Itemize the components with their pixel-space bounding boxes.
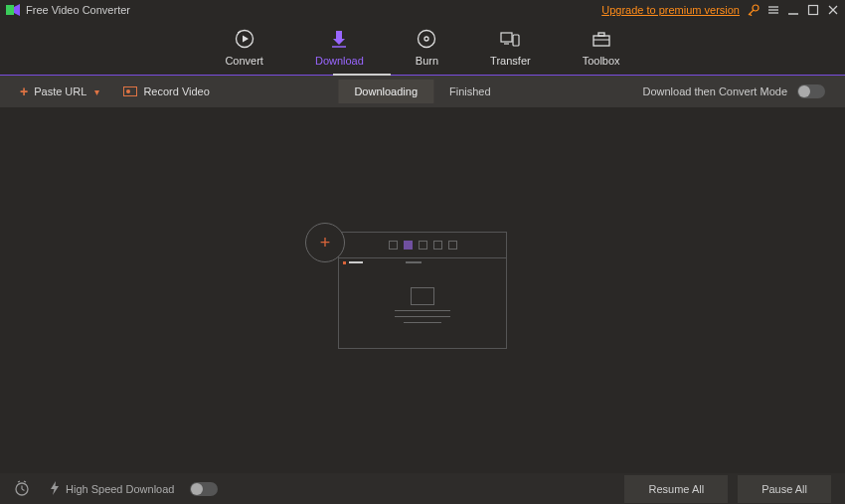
nav-convert[interactable]: Convert xyxy=(225,29,263,67)
nav-active-indicator xyxy=(333,74,391,76)
hsd-toggle[interactable] xyxy=(190,482,218,496)
add-circle-icon: + xyxy=(305,223,345,262)
nav-label: Convert xyxy=(225,55,263,67)
key-icon[interactable] xyxy=(748,4,760,16)
svg-line-4 xyxy=(750,14,752,16)
svg-marker-13 xyxy=(243,35,249,42)
title-bar: Free Video Converter Upgrade to premium … xyxy=(0,0,845,20)
convert-mode-toggle[interactable] xyxy=(797,84,825,98)
plus-icon: + xyxy=(20,84,28,99)
app-title: Free Video Converter xyxy=(26,4,130,16)
minimize-button[interactable] xyxy=(787,4,799,16)
record-video-button[interactable]: Record Video xyxy=(123,85,209,97)
main-nav: Convert Download Burn Transfer Toolbox xyxy=(0,20,845,76)
svg-marker-1 xyxy=(14,4,20,16)
toolbox-icon xyxy=(592,29,611,49)
hsd-label: High Speed Download xyxy=(66,483,174,495)
filter-segment: Downloading Finished xyxy=(338,80,506,103)
high-speed-download: High Speed Download xyxy=(50,481,218,497)
nav-label: Download xyxy=(315,55,364,67)
tab-downloading[interactable]: Downloading xyxy=(338,80,433,103)
transfer-icon xyxy=(500,29,520,49)
svg-rect-14 xyxy=(336,31,342,39)
nav-burn[interactable]: Burn xyxy=(416,29,438,67)
svg-line-28 xyxy=(18,481,20,482)
maximize-button[interactable] xyxy=(807,4,819,16)
tab-finished[interactable]: Finished xyxy=(433,80,507,103)
convert-icon xyxy=(235,29,254,49)
svg-rect-23 xyxy=(598,33,604,36)
nav-transfer[interactable]: Transfer xyxy=(490,29,531,67)
paste-url-label: Paste URL xyxy=(34,85,86,97)
close-button[interactable] xyxy=(827,4,839,16)
burn-icon xyxy=(417,29,436,49)
nav-label: Transfer xyxy=(490,55,531,67)
record-label: Record Video xyxy=(143,85,209,97)
download-icon xyxy=(330,29,348,49)
svg-rect-0 xyxy=(6,5,14,15)
chevron-down-icon: ▾ xyxy=(94,86,99,97)
svg-line-27 xyxy=(22,489,25,491)
svg-rect-20 xyxy=(513,35,519,46)
toolbar: + Paste URL ▾ Record Video Downloading F… xyxy=(0,76,845,107)
upgrade-link[interactable]: Upgrade to premium version xyxy=(601,4,740,16)
nav-label: Burn xyxy=(416,55,438,67)
svg-rect-9 xyxy=(809,6,818,15)
bottom-bar: High Speed Download Resume All Pause All xyxy=(0,473,845,504)
menu-icon[interactable] xyxy=(767,4,779,16)
empty-state-illustration: + xyxy=(338,232,507,349)
svg-rect-19 xyxy=(501,33,512,42)
pause-all-button[interactable]: Pause All xyxy=(738,475,831,503)
svg-point-18 xyxy=(424,37,428,41)
nav-download[interactable]: Download xyxy=(315,29,364,67)
schedule-icon[interactable] xyxy=(14,480,30,498)
svg-point-17 xyxy=(419,30,435,47)
bolt-icon xyxy=(50,481,60,497)
nav-toolbox[interactable]: Toolbox xyxy=(583,29,620,67)
svg-line-29 xyxy=(24,481,26,482)
main-content: + xyxy=(0,107,845,473)
record-icon xyxy=(123,86,137,96)
svg-marker-30 xyxy=(51,481,59,495)
resume-all-button[interactable]: Resume All xyxy=(624,475,728,503)
nav-label: Toolbox xyxy=(583,55,620,67)
svg-marker-15 xyxy=(333,39,345,45)
svg-rect-22 xyxy=(593,36,609,46)
mode-label: Download then Convert Mode xyxy=(642,85,787,97)
app-logo-icon xyxy=(6,4,20,16)
paste-url-button[interactable]: + Paste URL ▾ xyxy=(20,84,99,99)
